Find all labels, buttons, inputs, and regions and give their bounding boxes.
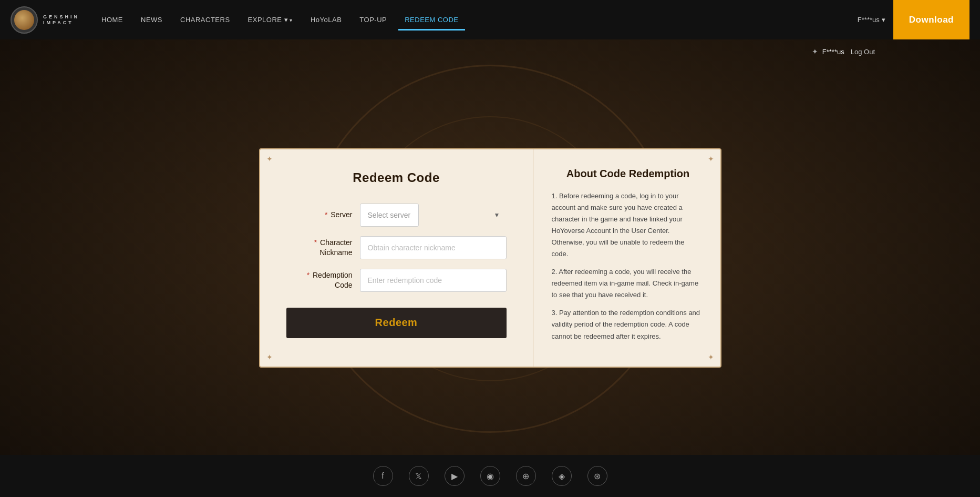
about-point-1: 1. Before redeeming a code, log in to yo… [552,190,700,260]
about-title: About Code Redemption [552,168,705,180]
code-label: * RedemptionCode [286,270,360,289]
user-dropdown-name: F****us [822,48,844,56]
modal-area: ✦ ✦ Redeem Code * Server Select server A… [0,39,980,497]
server-select-wrapper: Select server America Europe Asia TW, HK… [360,204,507,227]
logo-image [14,10,34,30]
download-button[interactable]: Download [893,0,969,39]
user-chevron-icon: ▾ [882,16,885,24]
nav-hoyolab[interactable]: HoYoLAB [304,12,348,28]
social-discord[interactable]: ⊕ [516,466,536,486]
redemption-code-input[interactable] [360,269,507,292]
nav-right: F****us ▾ Download [858,0,969,39]
redeem-modal: ✦ ✦ Redeem Code * Server Select server A… [259,148,721,368]
nav-home[interactable]: HOME [95,12,129,28]
about-point-2: 2. After redeeming a code, you will rece… [552,266,700,301]
user-dropdown-bar: ✦ F****us Log Out [812,47,875,56]
username-label: F****us [858,16,880,24]
select-arrow-icon: ▼ [494,211,500,219]
modal-right-panel: About Code Redemption 1. Before redeemin… [533,149,720,367]
social-hoyolab[interactable]: ⊛ [587,466,607,486]
user-menu[interactable]: F****us ▾ [858,16,885,24]
redemption-code-row: * RedemptionCode [286,269,507,292]
modal-title: Redeem Code [286,170,507,185]
nav-redeem-code[interactable]: REDEEM CODE [398,12,465,28]
logo[interactable]: GENSHIN IMPACT [11,6,79,34]
footer: f 𝕏 ▶ ◉ ⊕ ◈ ⊛ [0,455,980,497]
nickname-row: * CharacterNickname [286,236,507,259]
social-youtube[interactable]: ▶ [445,466,465,486]
corner-br-icon: ✦ [708,353,714,361]
nav-characters[interactable]: CHARACTERS [174,12,236,28]
required-star-server: * [325,210,327,219]
social-facebook[interactable]: f [373,466,393,486]
required-star-code: * [307,271,310,279]
server-row: * Server Select server America Europe As… [286,204,507,227]
corner-bl-icon: ✦ [266,353,273,361]
about-text: 1. Before redeeming a code, log in to yo… [552,190,700,348]
navbar: GENSHIN IMPACT HOME NEWS CHARACTERS EXPL… [0,0,980,39]
brand-name: GENSHIN [43,14,79,20]
social-reddit[interactable]: ◈ [552,466,572,486]
redeem-button[interactable]: Redeem [286,308,507,338]
required-star-nickname: * [314,238,317,247]
nickname-label: * CharacterNickname [286,238,360,257]
logout-link[interactable]: Log Out [851,48,875,56]
server-select[interactable]: Select server America Europe Asia TW, HK… [360,204,419,227]
server-label: * Server [286,210,360,219]
nav-explore[interactable]: EXPLORE ▾ [242,12,299,28]
brand-text: GENSHIN IMPACT [43,14,79,26]
nickname-label-text: CharacterNickname [319,238,352,256]
nav-news[interactable]: NEWS [135,12,169,28]
main-content: ✦ F****us Log Out ✦ ✦ Redeem Code * Serv… [0,0,980,497]
social-instagram[interactable]: ◉ [480,466,500,486]
social-twitter[interactable]: 𝕏 [409,466,429,486]
modal-left-panel: Redeem Code * Server Select server Ameri… [260,149,533,367]
brand-sub: IMPACT [43,20,79,26]
user-star-icon: ✦ [812,47,818,56]
server-label-text: Server [331,210,352,219]
logo-circle [11,6,38,34]
code-label-text: RedemptionCode [313,271,353,289]
nav-links: HOME NEWS CHARACTERS EXPLORE ▾ HoYoLAB T… [95,12,858,28]
nickname-input[interactable] [360,236,507,259]
nav-topup[interactable]: TOP-UP [353,12,393,28]
about-scroll-area[interactable]: 1. Before redeeming a code, log in to yo… [552,190,705,348]
about-point-3: 3. Pay attention to the redemption condi… [552,307,700,342]
